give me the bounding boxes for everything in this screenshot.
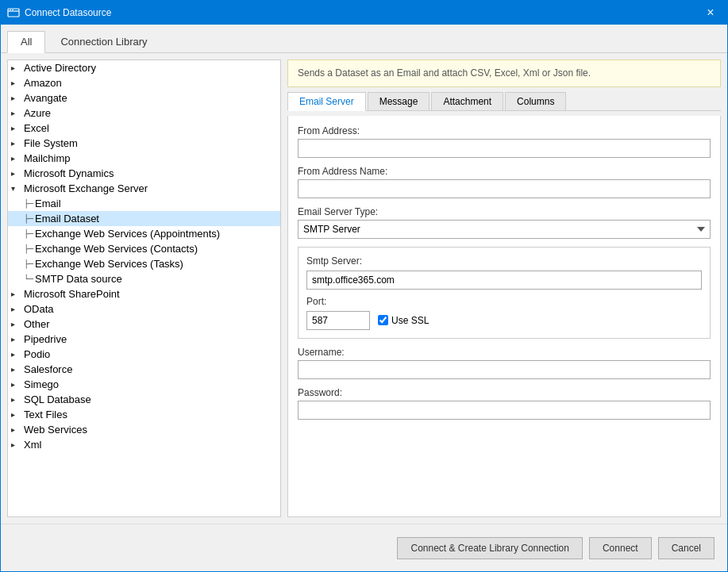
tree-arrow: ├─: [24, 199, 33, 208]
from-address-name-input[interactable]: [298, 179, 711, 198]
tree-item-smtp-data-source[interactable]: └─ SMTP Data source: [8, 271, 280, 286]
tree-item-mailchimp[interactable]: ▸Mailchimp: [8, 151, 280, 166]
tree-item-amazon[interactable]: ▸Amazon: [8, 75, 280, 90]
username-field: Username:: [298, 347, 711, 379]
tree-item-microsoft-sharepoint[interactable]: ▸Microsoft SharePoint: [8, 286, 280, 301]
tree-item-text-files[interactable]: ▸Text Files: [8, 407, 280, 422]
tree-item-label: Other: [24, 318, 50, 330]
tree-item-email[interactable]: ├─ Email: [8, 196, 280, 211]
tree-arrow: ├─: [24, 259, 33, 268]
tree-arrow: ▸: [11, 139, 24, 148]
email-server-type-select[interactable]: SMTP Server Exchange Server: [298, 220, 711, 239]
tree-item-file-system[interactable]: ▸File System: [8, 136, 280, 151]
tree-item-label: Exchange Web Services (Tasks): [35, 258, 183, 270]
tree-item-label: Amazon: [24, 77, 62, 89]
tree-arrow: ▸: [11, 440, 24, 449]
tree-arrow: ▸: [11, 124, 24, 132]
tab-email-server[interactable]: Email Server: [287, 92, 366, 111]
from-address-input[interactable]: [298, 139, 711, 158]
tree-arrow: ▸: [11, 425, 24, 434]
tree-item-microsoft-exchange-server[interactable]: ▾Microsoft Exchange Server: [8, 181, 280, 196]
username-label: Username:: [298, 347, 711, 358]
tree-item-other[interactable]: ▸Other: [8, 317, 280, 332]
tree-item-label: Xml: [24, 439, 41, 451]
tree-arrow: ▸: [11, 154, 24, 163]
port-row: Use SSL: [306, 311, 702, 330]
tree-item-label: Email: [35, 198, 61, 209]
tree-item-pipedrive[interactable]: ▸Pipedrive: [8, 332, 280, 347]
tree-arrow: ├─: [24, 214, 33, 223]
tree-item-avangate[interactable]: ▸Avangate: [8, 90, 280, 106]
tab-columns[interactable]: Columns: [505, 92, 566, 111]
tab-attachment[interactable]: Attachment: [431, 92, 503, 111]
tree-arrow: ▸: [11, 290, 24, 298]
cancel-button[interactable]: Cancel: [658, 537, 715, 559]
tree-arrow: ▸: [11, 395, 24, 404]
from-address-name-field: From Address Name:: [298, 166, 711, 198]
connect-button[interactable]: Connect: [589, 537, 652, 559]
tree-item-odata[interactable]: ▸OData: [8, 301, 280, 317]
tree-item-xml[interactable]: ▸Xml: [8, 437, 280, 452]
use-ssl-checkbox[interactable]: [378, 315, 388, 325]
tree-item-label: Azure: [24, 107, 51, 119]
tab-message[interactable]: Message: [368, 92, 430, 111]
tree-item-label: Excel: [24, 122, 49, 134]
tree-item-email-dataset[interactable]: ├─ Email Dataset: [8, 211, 280, 226]
tree-item-label: Mailchimp: [24, 152, 71, 164]
tree-item-exchange-tasks[interactable]: ├─ Exchange Web Services (Tasks): [8, 256, 280, 271]
from-address-label: From Address:: [298, 125, 711, 136]
tree-arrow: ▸: [11, 305, 24, 313]
tree-item-exchange-contacts[interactable]: ├─ Exchange Web Services (Contacts): [8, 241, 280, 256]
password-field: Password:: [298, 387, 711, 420]
tabs-bar: All Connection Library: [1, 25, 727, 53]
tree-item-label: Active Directory: [24, 62, 96, 74]
tree-item-exchange-appointments[interactable]: ├─ Exchange Web Services (Appointments): [8, 226, 280, 241]
app-icon: [7, 6, 20, 19]
window: Connect Datasource × All Connection Libr…: [0, 0, 728, 572]
tree-arrow: ▸: [11, 94, 24, 102]
tree-item-label: Microsoft Exchange Server: [24, 182, 148, 194]
smtp-server-label: Smtp Server:: [306, 255, 702, 267]
tree-item-salesforce[interactable]: ▸Salesforce: [8, 362, 280, 377]
port-input[interactable]: [306, 311, 370, 330]
tree-arrow: └─: [24, 274, 33, 283]
from-address-field: From Address:: [298, 125, 711, 158]
tree-arrow: ▸: [11, 169, 24, 178]
ssl-label[interactable]: Use SSL: [378, 315, 429, 326]
tree-arrow: ▸: [11, 365, 24, 374]
svg-point-3: [12, 10, 13, 11]
tree-item-microsoft-dynamics[interactable]: ▸Microsoft Dynamics: [8, 166, 280, 181]
smtp-server-field: Smtp Server:: [306, 255, 702, 290]
email-server-type-field: Email Server Type: SMTP Server Exchange …: [298, 206, 711, 239]
username-input[interactable]: [298, 360, 711, 379]
tree-item-label: SQL Database: [24, 393, 91, 405]
close-button[interactable]: ×: [700, 2, 721, 23]
info-text: Sends a Dataset as an Email and attach C…: [298, 67, 591, 79]
tab-connection-library[interactable]: Connection Library: [47, 31, 160, 52]
footer: Connect & Create Library Connection Conn…: [1, 524, 727, 571]
tree-arrow: ▸: [11, 79, 24, 87]
password-label: Password:: [298, 387, 711, 398]
tree-arrow: ▾: [11, 184, 24, 193]
right-panel: Sends a Dataset as an Email and attach C…: [287, 60, 721, 517]
tree-item-podio[interactable]: ▸Podio: [8, 347, 280, 362]
tree-item-active-directory[interactable]: ▸Active Directory: [8, 60, 280, 75]
tree-item-sql-database[interactable]: ▸SQL Database: [8, 392, 280, 407]
password-input[interactable]: [298, 401, 711, 420]
tree-item-label: Podio: [24, 348, 50, 360]
tree-item-simego[interactable]: ▸Simego: [8, 377, 280, 392]
connect-create-button[interactable]: Connect & Create Library Connection: [397, 537, 582, 559]
window-title: Connect Datasource: [25, 7, 111, 18]
smtp-server-input[interactable]: [306, 271, 702, 290]
tree-item-excel[interactable]: ▸Excel: [8, 121, 280, 136]
email-server-type-label: Email Server Type:: [298, 206, 711, 217]
tree-arrow: ▸: [11, 320, 24, 328]
titlebar-left: Connect Datasource: [7, 6, 111, 19]
form-tabs: Email Server Message Attachment Columns: [287, 92, 721, 111]
tree-item-label: Email Dataset: [35, 213, 99, 225]
tab-all[interactable]: All: [7, 31, 45, 53]
tree-item-label: OData: [24, 303, 54, 315]
tree-item-web-services[interactable]: ▸Web Services: [8, 422, 280, 437]
tree-arrow: ▸: [11, 350, 24, 359]
tree-item-azure[interactable]: ▸Azure: [8, 106, 280, 121]
